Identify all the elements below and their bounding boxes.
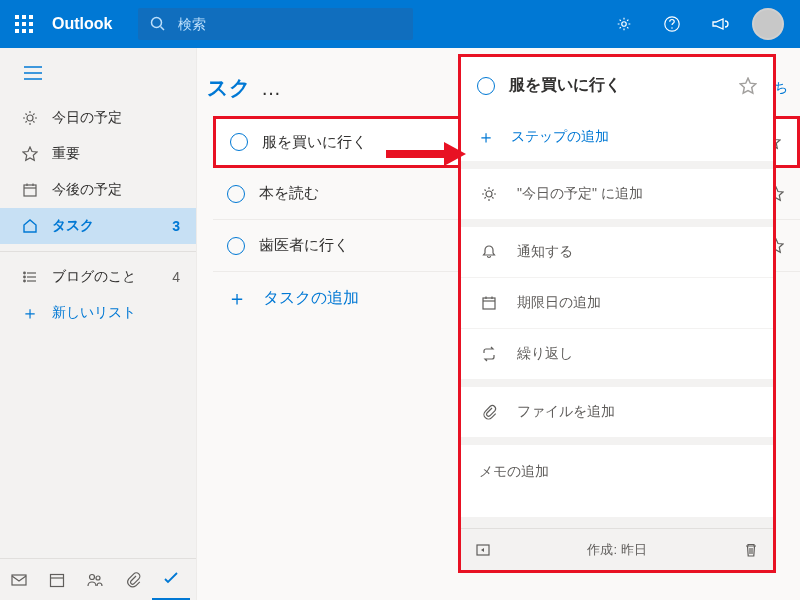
svg-rect-27 xyxy=(12,575,26,585)
complete-circle[interactable] xyxy=(227,185,245,203)
home-icon xyxy=(20,218,40,234)
detail-header: 服を買いに行く xyxy=(461,57,773,114)
complete-circle[interactable] xyxy=(477,77,495,95)
nav-today[interactable]: 今日の予定 xyxy=(0,100,196,136)
svg-line-13 xyxy=(26,114,27,115)
complete-circle[interactable] xyxy=(230,133,248,151)
svg-line-38 xyxy=(492,197,493,198)
avatar[interactable] xyxy=(752,8,784,40)
plus-icon: ＋ xyxy=(477,125,495,149)
bell-icon xyxy=(479,244,499,260)
svg-line-40 xyxy=(492,190,493,191)
add-task-label: タスクの追加 xyxy=(263,288,359,309)
svg-rect-28 xyxy=(51,574,64,586)
nav-new-list[interactable]: ＋ 新しいリスト xyxy=(0,295,196,331)
plus-icon: ＋ xyxy=(20,301,40,325)
hamburger-icon[interactable] xyxy=(0,66,196,100)
nav-count: 3 xyxy=(172,218,180,234)
note-box[interactable]: メモの追加 xyxy=(461,445,773,517)
svg-point-4 xyxy=(671,27,672,28)
detail-title[interactable]: 服を買いに行く xyxy=(509,75,739,96)
module-switcher xyxy=(0,558,196,600)
svg-rect-17 xyxy=(24,185,36,196)
sun-icon xyxy=(479,186,499,202)
nav-count: 4 xyxy=(172,269,180,285)
nav-tasks[interactable]: タスク 3 xyxy=(0,208,196,244)
megaphone-icon[interactable] xyxy=(696,0,744,48)
search-input[interactable] xyxy=(178,16,413,32)
nav-label: タスク xyxy=(52,217,94,235)
nav-label: 今後の予定 xyxy=(52,181,122,199)
search-box[interactable] xyxy=(138,8,413,40)
app-name: Outlook xyxy=(48,15,132,33)
attachment-icon[interactable] xyxy=(114,560,152,600)
add-step-label: ステップの追加 xyxy=(511,128,609,146)
calendar-icon xyxy=(20,182,40,198)
nav-label: 新しいリスト xyxy=(52,304,136,322)
trash-icon[interactable] xyxy=(743,542,759,558)
svg-point-24 xyxy=(24,272,26,274)
svg-line-16 xyxy=(33,114,34,115)
repeat-row[interactable]: 繰り返し xyxy=(461,329,773,379)
nav-custom-list[interactable]: ブログのこと 4 xyxy=(0,259,196,295)
people-icon[interactable] xyxy=(76,560,114,600)
app-launcher[interactable] xyxy=(0,0,48,48)
list-title: スク xyxy=(207,74,251,102)
svg-line-14 xyxy=(33,121,34,122)
star-icon[interactable] xyxy=(739,77,757,95)
calendar-icon xyxy=(479,295,499,311)
due-row[interactable]: 期限日の追加 xyxy=(461,278,773,329)
list-icon xyxy=(20,269,40,285)
star-icon xyxy=(20,146,40,162)
plus-icon: ＋ xyxy=(227,285,247,312)
mail-icon[interactable] xyxy=(0,560,38,600)
more-icon[interactable]: … xyxy=(261,77,282,100)
svg-point-30 xyxy=(90,574,95,579)
svg-line-37 xyxy=(485,190,486,191)
svg-point-26 xyxy=(24,280,26,282)
calendar-module-icon[interactable] xyxy=(38,560,76,600)
help-icon[interactable] xyxy=(648,0,696,48)
svg-rect-41 xyxy=(483,298,495,309)
app-header: Outlook xyxy=(0,0,800,48)
add-to-today[interactable]: "今日の予定" に追加 xyxy=(461,169,773,219)
nav-label: ブログのこと xyxy=(52,268,136,286)
complete-circle[interactable] xyxy=(227,237,245,255)
created-label: 作成: 昨日 xyxy=(491,541,743,559)
svg-point-32 xyxy=(486,191,492,197)
svg-point-8 xyxy=(27,115,33,121)
divider xyxy=(0,251,196,252)
svg-line-15 xyxy=(26,121,27,122)
collapse-icon[interactable] xyxy=(475,542,491,558)
svg-point-2 xyxy=(622,22,627,27)
svg-point-0 xyxy=(152,18,162,28)
task-detail-pane: 服を買いに行く ＋ ステップの追加 "今日の予定" に追加 通知する 期限日の追… xyxy=(458,54,776,573)
tasks-module-icon[interactable] xyxy=(152,560,190,600)
remind-row[interactable]: 通知する xyxy=(461,227,773,278)
svg-point-31 xyxy=(96,576,100,580)
nav-label: 今日の予定 xyxy=(52,109,122,127)
sidebar: 今日の予定 重要 今後の予定 タスク 3 ブログのこと 4 ＋ xyxy=(0,48,197,600)
nav-important[interactable]: 重要 xyxy=(0,136,196,172)
search-icon xyxy=(138,16,178,32)
svg-point-25 xyxy=(24,276,26,278)
paperclip-icon xyxy=(479,404,499,420)
sun-icon xyxy=(20,110,40,126)
svg-line-39 xyxy=(485,197,486,198)
settings-icon[interactable] xyxy=(600,0,648,48)
file-row[interactable]: ファイルを追加 xyxy=(461,387,773,437)
nav-label: 重要 xyxy=(52,145,80,163)
detail-footer: 作成: 昨日 xyxy=(461,528,773,570)
repeat-icon xyxy=(479,346,499,362)
nav-planned[interactable]: 今後の予定 xyxy=(0,172,196,208)
add-step[interactable]: ＋ ステップの追加 xyxy=(461,113,773,161)
svg-line-1 xyxy=(161,27,165,31)
